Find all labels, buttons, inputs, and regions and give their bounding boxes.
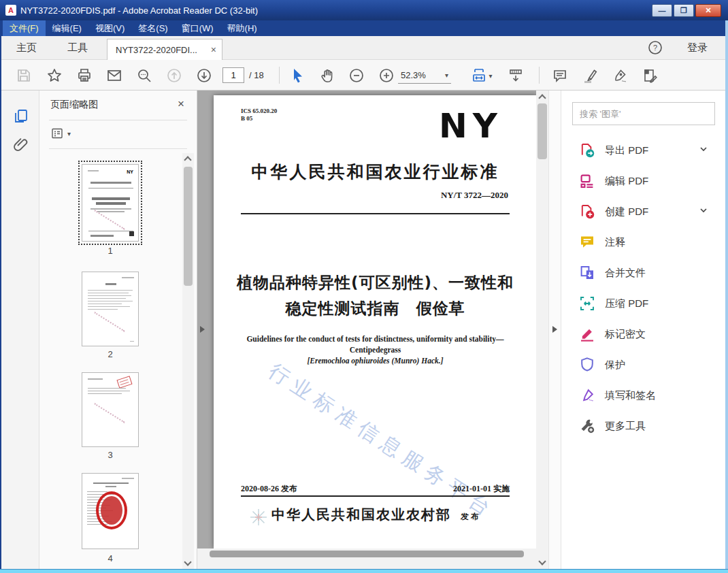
document-vscrollbar[interactable] (536, 91, 548, 569)
thumbnails-panel-title: 页面缩略图 (50, 99, 98, 111)
print-icon[interactable] (76, 67, 93, 84)
tool-label: 注释 (605, 236, 625, 249)
attachments-paperclip-icon[interactable] (12, 136, 30, 154)
collapse-left-panel-handle[interactable] (200, 326, 205, 333)
zoom-in-icon[interactable] (378, 67, 395, 84)
save-icon[interactable] (15, 67, 33, 84)
thumb-art (88, 301, 133, 301)
comment-tool-icon[interactable] (551, 67, 569, 84)
scroll-up-icon[interactable] (538, 94, 546, 101)
tools-search-input[interactable] (572, 102, 715, 125)
scrollbar-thumb[interactable] (537, 103, 547, 159)
sign-in-button[interactable]: 登录 (687, 42, 708, 54)
doc-title-line2: 稳定性测试指南 假俭草 (214, 298, 537, 319)
zoom-level-dropdown[interactable]: 52.3% ▾ (398, 67, 451, 84)
window-title: NYT3722-2020FDIS.pdf - Adobe Acrobat Rea… (20, 5, 258, 16)
star-icon[interactable] (46, 67, 63, 84)
main-area: 页面缩略图 × ▾ NY 1 (1, 91, 725, 569)
thumb-art (88, 298, 126, 299)
tab-home[interactable]: 主页 (16, 42, 37, 54)
menu-edit[interactable]: 编辑(E) (46, 20, 88, 37)
scroll-down-icon[interactable] (538, 557, 546, 565)
tool-redact[interactable]: 标记密文 (561, 321, 726, 348)
menu-window[interactable]: 窗口(W) (175, 20, 220, 37)
menu-file[interactable]: 文件(F) (3, 20, 46, 37)
thumb-art (94, 403, 125, 423)
thumb-art (122, 478, 134, 479)
doc-subtitle-en1: Guidelines for the conduct of tests for … (214, 335, 537, 343)
tool-create-pdf[interactable]: 创建 PDF (561, 198, 726, 225)
thumb-art (94, 312, 125, 331)
menu-bar: 文件(F) 编辑(E) 视图(V) 签名(S) 窗口(W) 帮助(H) (0, 20, 728, 36)
thumbnail-page-2[interactable] (82, 272, 139, 346)
thumb-art (88, 378, 103, 380)
thumbnail-page-1[interactable]: NY (82, 164, 139, 242)
scroll-down-icon[interactable] (184, 558, 191, 566)
search-icon[interactable] (135, 67, 153, 84)
stamp-sign-tool-icon[interactable] (641, 67, 659, 84)
thumbnail-page-4[interactable] (82, 473, 139, 549)
tab-close-icon[interactable]: × (211, 44, 216, 55)
tool-comment[interactable]: 注释 (561, 229, 726, 256)
thumb-art (88, 290, 133, 291)
page-display-icon[interactable] (507, 67, 525, 84)
left-rail (1, 91, 39, 569)
page-up-icon[interactable] (165, 67, 183, 84)
menu-sign[interactable]: 签名(S) (131, 20, 174, 37)
pdf-page[interactable]: ICS 65.020.20 B 05 NY 中华人民共和国农业行业标准 NY/T… (214, 95, 537, 549)
tool-label: 编辑 PDF (605, 175, 648, 188)
tool-fill-sign[interactable]: 填写和签名 (561, 382, 726, 409)
menu-help[interactable]: 帮助(H) (220, 20, 264, 37)
tool-protect[interactable]: 保护 (561, 351, 726, 378)
maximize-button[interactable]: ❐ (674, 4, 694, 17)
tab-tools[interactable]: 工具 (67, 42, 88, 54)
fill-sign-icon (579, 387, 595, 404)
chevron-down-icon: ▾ (489, 72, 492, 80)
thumb-art: NY (127, 169, 133, 174)
page-thumbnails-icon[interactable] (12, 108, 30, 125)
protect-icon (579, 357, 595, 373)
collapse-right-panel-handle[interactable] (552, 326, 557, 333)
scroll-gutter (197, 559, 536, 569)
tool-compress-pdf[interactable]: 压缩 PDF (561, 290, 726, 317)
select-tool-icon[interactable] (288, 67, 306, 84)
document-hscrollbar[interactable] (197, 549, 536, 559)
close-button[interactable]: ✕ (695, 4, 721, 17)
highlight-tool-icon[interactable] (581, 67, 599, 84)
panel-close-icon[interactable]: × (178, 97, 184, 111)
page-number-input[interactable] (222, 67, 244, 83)
chevron-down-icon[interactable] (699, 144, 708, 157)
watermark-text: 行业标准信息服务平台 (263, 357, 501, 525)
tool-export-pdf[interactable]: 导出 PDF (561, 137, 726, 164)
tool-edit-pdf[interactable]: 编辑 PDF (561, 167, 726, 195)
sign-tool-icon[interactable] (611, 67, 629, 84)
scroll-up-icon[interactable] (184, 156, 191, 163)
fit-width-icon[interactable]: ▾ (469, 67, 494, 84)
hand-tool-icon[interactable] (318, 67, 336, 84)
zoom-level-value: 52.3% (401, 70, 426, 80)
menu-view[interactable]: 视图(V) (88, 20, 131, 37)
thumb-art (88, 393, 122, 394)
scrollbar-thumb[interactable] (210, 551, 524, 557)
thumbnails-scrollbar[interactable] (182, 153, 194, 569)
thumbnail-page-3[interactable] (82, 372, 139, 447)
tool-label: 创建 PDF (605, 206, 648, 218)
email-icon[interactable] (105, 67, 123, 84)
tool-label: 更多工具 (605, 420, 646, 433)
standard-number: NY/T 3722—2020 (441, 190, 508, 201)
page-down-icon[interactable] (195, 67, 213, 84)
thumbnails-options-button[interactable]: ▾ (50, 127, 71, 140)
help-icon[interactable]: ? (648, 40, 663, 58)
minimize-button[interactable]: — (652, 4, 672, 17)
chevron-down-icon[interactable] (699, 206, 708, 218)
toolbar-separator (539, 67, 540, 84)
export-pdf-icon (579, 142, 595, 159)
thumb-art (129, 231, 134, 236)
zoom-out-icon[interactable] (348, 67, 365, 84)
red-seal (96, 491, 127, 529)
page-total-label: / 18 (249, 70, 264, 80)
tab-document[interactable]: NYT3722-2020FDI... × (107, 39, 222, 60)
tool-more-tools[interactable]: 更多工具 (561, 412, 726, 440)
scrollbar-thumb[interactable] (184, 167, 193, 286)
tool-combine-files[interactable]: 合并文件 (561, 259, 726, 286)
